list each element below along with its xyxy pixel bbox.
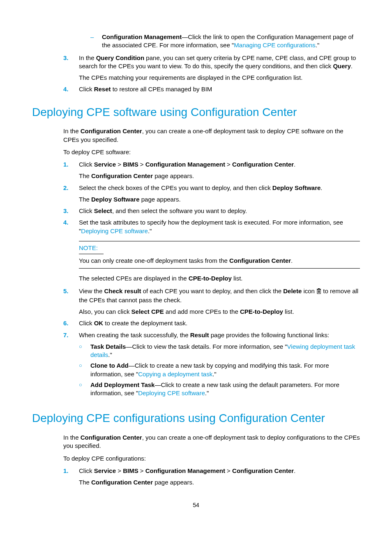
para: Click Select, and then select the softwa…	[79, 207, 360, 215]
para: The selected CPEs are displayed in the C…	[79, 274, 360, 283]
para: The CPEs matching your requirements are …	[79, 74, 360, 82]
list-number: 7.	[63, 331, 79, 400]
note-rule	[79, 254, 104, 254]
list-number: 1.	[63, 160, 79, 181]
circle-bullet-icon: ○	[79, 362, 90, 378]
para: When creating the task successfully, the…	[79, 331, 360, 339]
list-number: 4.	[63, 85, 79, 93]
circle-bullet-icon: ○	[79, 343, 90, 359]
list-number: 1.	[63, 467, 79, 487]
para: Click Service > BIMS > Configuration Man…	[79, 467, 360, 475]
para: To deploy CPE software:	[63, 148, 360, 156]
sub-item-clone-to-add: ○ Clone to Add—Click to create a new tas…	[79, 362, 360, 378]
sub-item-task-details: ○ Task Details—Click to view the task de…	[79, 343, 360, 359]
list-number: 3.	[63, 54, 79, 82]
para: Select the check boxes of the CPEs you w…	[79, 184, 360, 192]
para: The Configuration Center page appears.	[79, 478, 360, 487]
para: Set the task attributes to specify how t…	[79, 218, 360, 235]
list-item-7: 7. When creating the task successfully, …	[63, 331, 360, 400]
sub-item-config-mgmt: – Configuration Management—Click the lin…	[90, 33, 360, 50]
list-item-1: 1. Click Service > BIMS > Configuration …	[63, 160, 360, 181]
link-managing-cpe-configs[interactable]: Managing CPE configurations	[234, 42, 315, 49]
para: In the Configuration Center, you can cre…	[63, 127, 360, 144]
list-number: 5.	[63, 287, 79, 316]
para: In the Query Condition pane, you can set…	[79, 54, 360, 71]
list-item-3b: 3. Click Select, and then select the sof…	[63, 207, 360, 215]
sub-item-add-deployment-task: ○ Add Deployment Task—Click to create a …	[79, 381, 360, 398]
link-deploying-cpe-software[interactable]: Deploying CPE software	[81, 227, 148, 234]
dash-bullet-icon: –	[90, 33, 102, 50]
list-item-2: 2. Select the check boxes of the CPEs yo…	[63, 184, 360, 204]
page-number: 54	[32, 501, 360, 509]
list-number: 2.	[63, 184, 79, 204]
circle-bullet-icon: ○	[79, 381, 90, 398]
link-deploying-cpe-software-2[interactable]: Deploying CPE software	[138, 389, 205, 396]
svg-rect-4	[317, 289, 321, 290]
list-number: 4.	[63, 218, 79, 235]
note-box: NOTE: You can only create one-off deploy…	[79, 241, 360, 269]
label: Configuration Management	[102, 33, 182, 40]
para: View the Check result of each CPE you wa…	[79, 287, 360, 305]
heading-deploying-cpe-configurations: Deploying CPE configurations using Confi…	[32, 410, 360, 426]
sub-body: Configuration Management—Click the link …	[102, 33, 360, 50]
para: The Deploy Software page appears.	[79, 195, 360, 204]
list-item-4b: 4. Set the task attributes to specify ho…	[63, 218, 360, 235]
para: To deploy CPE configurations:	[63, 454, 360, 463]
list-item-1b: 1. Click Service > BIMS > Configuration …	[63, 467, 360, 487]
para: In the Configuration Center, you can cre…	[63, 433, 360, 450]
list-item-3: 3. In the Query Condition pane, you can …	[63, 54, 360, 82]
list-item-6: 6. Click OK to create the deployment tas…	[63, 319, 360, 327]
para: Click OK to create the deployment task.	[79, 319, 360, 327]
list-number: 3.	[63, 207, 79, 215]
link-copying-deployment-task[interactable]: Copying a deployment task	[138, 371, 212, 378]
para: Also, you can click Select CPE and add m…	[79, 308, 360, 316]
list-item-5: 5. View the Check result of each CPE you…	[63, 287, 360, 316]
para: The Configuration Center page appears.	[79, 172, 360, 180]
svg-rect-5	[318, 288, 320, 289]
list-item-4: 4. Click Reset to restore all CPEs manag…	[63, 85, 360, 93]
heading-deploying-cpe-software: Deploying CPE software using Configurati…	[32, 104, 360, 120]
para: Click Service > BIMS > Configuration Man…	[79, 160, 360, 169]
note-text: You can only create one-off deployment t…	[79, 257, 360, 265]
list-number: 6.	[63, 319, 79, 327]
para: Click Reset to restore all CPEs managed …	[79, 85, 360, 93]
note-label: NOTE:	[79, 244, 360, 252]
trash-icon	[316, 288, 321, 296]
